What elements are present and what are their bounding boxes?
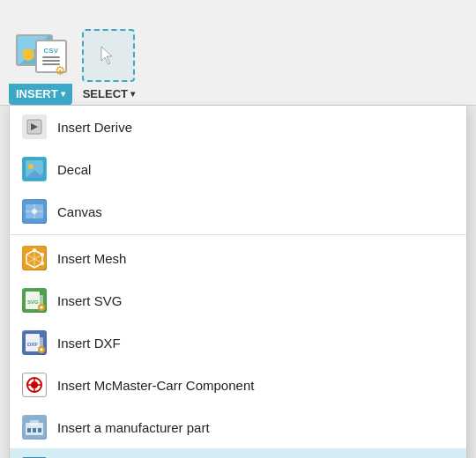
select-button[interactable]: SELECT ▾: [76, 27, 142, 105]
gear-overlay-icon: ⚙: [55, 64, 67, 77]
menu-item-insert-mesh-label: Insert Mesh: [57, 251, 126, 266]
select-caret: ▾: [130, 89, 135, 99]
svg-icon: SVG: [22, 288, 47, 313]
dxf-icon: DXF: [22, 330, 47, 355]
select-label-bar[interactable]: SELECT ▾: [76, 84, 142, 105]
menu-item-insert-manufacturer-label: Insert a manufacturer part: [57, 420, 210, 435]
menu-item-canvas-label: Canvas: [57, 204, 102, 219]
svg-point-19: [41, 262, 44, 265]
menu-item-insert-mcmaster-label: Insert McMaster-Carr Component: [57, 378, 254, 393]
insert-derive-icon: [22, 114, 47, 139]
mcmaster-icon: [22, 373, 47, 397]
svg-rect-40: [27, 428, 31, 432]
svg-text:DXF: DXF: [27, 342, 38, 347]
svg-rect-42: [38, 428, 41, 432]
menu-item-insert-manufacturer[interactable]: Insert a manufacturer part: [10, 406, 466, 448]
menu-item-import-csv[interactable]: CSV Import CSV Points ⋮: [10, 448, 466, 458]
insert-caret: ▾: [61, 89, 65, 99]
menu-item-insert-mcmaster[interactable]: Insert McMaster-Carr Component: [10, 364, 466, 406]
menu-item-decal[interactable]: Decal: [10, 148, 466, 190]
toolbar: ⚙ INSERT ▾ SELECT ▾: [0, 0, 476, 106]
svg-text:SVG: SVG: [27, 299, 39, 305]
menu-item-insert-svg[interactable]: SVG Insert SVG: [10, 279, 466, 321]
menu-item-insert-mesh[interactable]: Insert Mesh: [10, 237, 466, 279]
svg-marker-0: [101, 47, 112, 64]
svg-rect-39: [30, 420, 39, 425]
menu-item-canvas[interactable]: Canvas: [10, 190, 466, 233]
svg-point-18: [41, 253, 44, 256]
select-label: SELECT: [83, 87, 128, 100]
menu-item-insert-derive[interactable]: Insert Derive: [10, 106, 466, 148]
cursor-svg: [98, 45, 119, 66]
insert-dropdown-menu: Insert Derive Decal Canvas: [9, 106, 467, 458]
mesh-icon: [22, 246, 47, 270]
decal-icon: [22, 157, 47, 181]
svg-rect-41: [33, 428, 36, 432]
menu-item-insert-dxf-label: Insert DXF: [57, 336, 121, 351]
select-icon-box: [80, 27, 137, 84]
insert-icon: ⚙: [12, 27, 69, 84]
insert-label-bar[interactable]: INSERT ▾: [9, 84, 72, 105]
canvas-icon: [22, 199, 47, 224]
select-icon: [82, 29, 135, 82]
svg-point-11: [32, 209, 37, 214]
menu-item-insert-svg-label: Insert SVG: [57, 293, 122, 308]
menu-item-insert-dxf[interactable]: DXF Insert DXF: [10, 321, 466, 364]
svg-point-5: [28, 164, 33, 169]
insert-label: INSERT: [16, 87, 58, 100]
menu-item-decal-label: Decal: [57, 162, 91, 177]
svg-point-17: [33, 248, 36, 252]
menu-separator-1: [10, 234, 466, 235]
menu-item-insert-derive-label: Insert Derive: [57, 120, 132, 135]
insert-button[interactable]: ⚙ INSERT ▾: [9, 27, 72, 105]
manufacturer-icon: [22, 415, 47, 440]
